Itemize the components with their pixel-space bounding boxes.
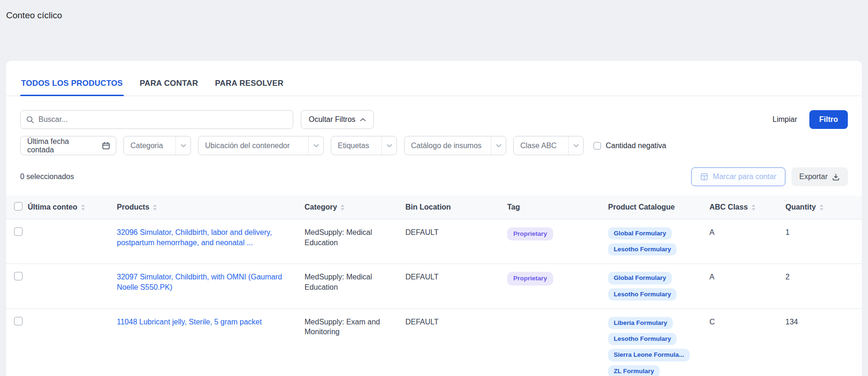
cell-quantity: 2 [785,264,862,308]
cell-product: 32097 Simulator, Childbirth, with OMNI (… [117,264,305,308]
cell-category: MedSupply: Exam and Monitoring [305,308,405,376]
column-header-1[interactable]: Products [117,196,305,219]
row-checkbox[interactable] [14,227,23,236]
chevron-down-icon [568,136,583,155]
table-row: 32097 Simulator, Childbirth, with OMNI (… [6,264,862,308]
catalogue-chip: Global Formulary [608,227,672,240]
tab-2[interactable]: PARA RESOLVER [214,74,284,96]
row-checkbox[interactable] [14,272,23,280]
cell-product: 11048 Lubricant jelly, Sterile, 5 gram p… [117,308,305,376]
filter-select-2[interactable]: Etiquetas [331,136,397,155]
sort-icon[interactable] [341,204,344,211]
export-button[interactable]: Exportar [792,167,848,186]
column-header-3: Bin Location [405,196,507,219]
catalogue-chip: Lesotho Formulary [608,243,677,256]
chevron-down-icon [381,136,396,155]
search-input[interactable] [38,115,287,124]
column-header-6[interactable]: ABC Class [709,196,785,219]
filter-button[interactable]: Filtro [809,110,848,129]
clear-button[interactable]: Limpiar [771,110,799,129]
column-label: Products [117,203,149,211]
cell-quantity: 1 [785,219,862,264]
catalogue-chip: Lesotho Formulary [608,333,677,345]
cell-tag: Proprietary [507,219,608,264]
negative-quantity-label: Cantidad negativa [606,142,666,150]
filter-select-label: Ubicación del contenedor [198,142,308,150]
hide-filters-label: Ocultar Filtros [309,115,356,124]
column-label: Bin Location [405,203,451,211]
cell-category: MedSupply: Medical Education [305,264,405,308]
cell-quantity: 134 [785,308,862,376]
product-link[interactable]: 11048 Lubricant jelly, Sterile, 5 gram p… [117,318,262,326]
cell-bin-location: DEFAULT [405,264,507,308]
cell-product-catalogue: Liberia FormularyLesotho FormularySierra… [608,308,709,376]
cell-bin-location: DEFAULT [405,219,507,264]
page-title: Conteo cíclico [6,10,62,21]
cell-last-count [28,219,117,264]
column-label: ABC Class [709,203,748,211]
catalogue-chip: Liberia Formulary [608,317,673,329]
catalogue-chip: Global Formulary [608,272,672,284]
product-link[interactable]: 32096 Simulator, Childbirth, labor and d… [117,228,272,247]
column-header-5: Product Catalogue [608,196,709,219]
tag-badge: Proprietary [507,272,553,285]
column-header-7[interactable]: Quantity [785,196,862,219]
filter-select-0[interactable]: Categoria [123,136,191,155]
cell-product-catalogue: Global FormularyLesotho Formulary [608,264,709,308]
cell-product: 32096 Simulator, Childbirth, labor and d… [117,219,305,264]
search-icon [26,116,34,124]
column-header-0[interactable]: Última conteo [28,196,117,219]
cell-last-count [28,308,117,376]
selection-row: 0 seleccionados Marcar para contar Expor… [6,155,862,196]
cell-abc-class: C [709,308,785,376]
cell-tag [507,308,608,376]
search-box [20,110,293,129]
cell-product-catalogue: Global FormularyLesotho Formulary [608,219,709,264]
tab-0[interactable]: TODOS LOS PRODUCTOS [20,74,124,96]
catalogue-chip: Lesotho Formulary [608,288,677,301]
filter-select-label: Clase ABC [514,142,568,150]
selected-count: 0 seleccionados [20,173,74,181]
catalogue-chip: ZL Formulary [608,365,660,376]
chevron-down-icon [308,136,323,155]
sort-icon[interactable] [820,204,823,211]
column-header-2[interactable]: Category [305,196,405,219]
filter-select-label: Categoria [124,142,175,150]
filter-select-4[interactable]: Clase ABC [513,136,584,155]
export-label: Exportar [799,173,828,181]
sort-icon[interactable] [153,204,157,211]
filter-select-1[interactable]: Ubicación del contenedor [198,136,324,155]
cell-bin-location: DEFAULT [405,308,507,376]
mark-for-count-button[interactable]: Marcar para contar [691,167,785,186]
filter-select-3[interactable]: Catálogo de insumos [404,136,506,155]
products-table: Última conteoProductsCategoryBin Locatio… [6,196,862,376]
tab-1[interactable]: PARA CONTAR [139,74,199,96]
negative-quantity-filter[interactable]: Cantidad negativa [594,142,666,150]
main-card: TODOS LOS PRODUCTOSPARA CONTARPARA RESOL… [6,61,862,376]
cell-abc-class: A [709,264,785,308]
negative-quantity-checkbox[interactable] [594,142,601,150]
product-link[interactable]: 32097 Simulator, Childbirth, with OMNI (… [117,273,282,291]
tabs: TODOS LOS PRODUCTOSPARA CONTARPARA RESOL… [6,61,862,96]
column-label: Category [305,203,337,211]
cell-tag: Proprietary [507,264,608,308]
table-body: 32096 Simulator, Childbirth, labor and d… [6,219,862,376]
table-row: 11048 Lubricant jelly, Sterile, 5 gram p… [6,308,862,376]
last-counted-date-filter[interactable]: Última fecha contada [20,136,116,155]
mark-for-count-label: Marcar para contar [713,173,776,181]
hide-filters-button[interactable]: Ocultar Filtros [301,110,374,129]
sort-icon[interactable] [81,204,85,211]
calculator-icon [700,173,708,181]
table-header-row: Última conteoProductsCategoryBin Locatio… [6,196,862,219]
toolbar: Ocultar Filtros Limpiar Filtro [6,96,862,129]
column-label: Última conteo [28,203,77,211]
download-icon [832,173,840,181]
catalogue-chip: Sierra Leone Formula... [608,349,690,361]
sort-icon[interactable] [752,204,755,211]
column-label: Product Catalogue [608,203,675,211]
select-all-checkbox[interactable] [14,202,23,211]
column-label: Tag [507,203,520,211]
filter-select-label: Catálogo de insumos [404,142,491,150]
filters-row: Última fecha contada CategoriaUbicación … [6,129,862,155]
row-checkbox[interactable] [14,317,23,325]
